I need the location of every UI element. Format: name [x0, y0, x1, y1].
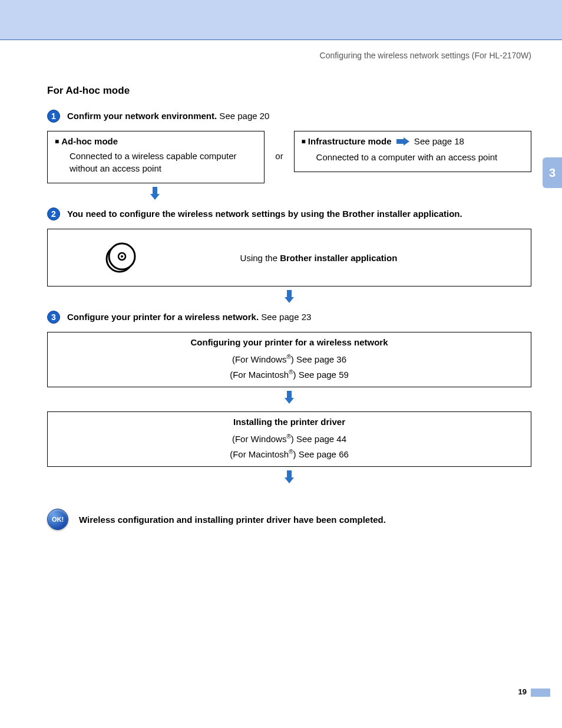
arrow-down-3 — [47, 391, 531, 406]
configure-box: Configuring your printer for a wireless … — [47, 332, 531, 387]
reg-mark: ® — [286, 354, 290, 360]
step-number-1-icon: 1 — [47, 110, 60, 123]
step-3: 3 Configure your printer for a wireless … — [47, 311, 531, 324]
cfg-win-suffix: ) See page 36 — [291, 354, 346, 364]
adhoc-title: Ad-hoc mode — [61, 136, 118, 146]
step-2-text: You need to configure the wireless netwo… — [67, 209, 462, 219]
infra-desc: Connected to a computer with an access p… — [316, 151, 524, 163]
adhoc-desc: Connected to a wireless capable computer… — [70, 150, 257, 174]
reg-mark: ® — [289, 449, 293, 455]
section-title: For Ad-hoc mode — [47, 85, 531, 97]
cfg-mac-prefix: (For Macintosh — [230, 370, 289, 380]
step-3-text: Configure your printer for a wireless ne… — [67, 312, 311, 322]
installer-prefix: Using the — [240, 253, 280, 263]
configure-windows-line: (For Windows®) See page 36 — [56, 352, 523, 367]
step-2: 2 You need to configure the wireless net… — [47, 207, 531, 220]
step-2-bold: You need to configure the wireless netwo… — [67, 209, 462, 219]
arrow-down-icon — [285, 470, 294, 483]
step-3-bold: Configure your printer for a wireless ne… — [67, 312, 259, 322]
drv-win-prefix: (For Windows — [232, 434, 287, 444]
page-number-bar-icon — [531, 689, 550, 697]
or-label: or — [270, 131, 287, 161]
step-number-2-icon: 2 — [47, 207, 60, 220]
reg-mark: ® — [289, 369, 293, 375]
page-number: 19 — [518, 687, 527, 696]
reg-mark: ® — [286, 433, 290, 440]
cd-icon — [104, 241, 137, 274]
arrow-down-2 — [47, 290, 531, 305]
installer-text: Using the Brother installer application — [186, 253, 523, 263]
square-bullet-icon: ■ — [302, 137, 306, 146]
completion-text: Wireless configuration and installing pr… — [79, 515, 386, 525]
driver-box: Installing the printer driver (For Windo… — [47, 411, 531, 467]
configure-title: Configuring your printer for a wireless … — [56, 337, 523, 347]
completion-row: OK! Wireless configuration and installin… — [47, 509, 531, 530]
adhoc-title-line: ■Ad-hoc mode — [55, 136, 257, 146]
configure-mac-line: (For Macintosh®) See page 59 — [56, 367, 523, 383]
arrow-down-icon — [150, 187, 160, 200]
adhoc-mode-box: ■Ad-hoc mode Connected to a wireless cap… — [47, 131, 265, 183]
drv-mac-suffix: ) See page 66 — [293, 449, 349, 459]
cd-icon-wrap — [56, 241, 186, 274]
page-content: Configuring the wireless network setting… — [0, 40, 562, 530]
step-1-text: Confirm your network environment. See pa… — [67, 111, 269, 121]
driver-title: Installing the printer driver — [56, 417, 523, 427]
driver-windows-line: (For Windows®) See page 44 — [56, 431, 523, 447]
installer-bold: Brother installer application — [280, 253, 397, 263]
installer-box: Using the Brother installer application — [47, 229, 531, 286]
arrow-down-1 — [47, 187, 531, 202]
arrow-down-icon — [285, 391, 294, 404]
step-1-rest: See page 20 — [217, 111, 269, 121]
step-number-3-icon: 3 — [47, 311, 60, 324]
header-band — [0, 0, 562, 40]
infrastructure-mode-box: ■Infrastructure mode See page 18 Connect… — [294, 131, 531, 172]
driver-mac-line: (For Macintosh®) See page 66 — [56, 447, 523, 462]
infra-link: See page 18 — [412, 136, 464, 146]
step-1-bold: Confirm your network environment. — [67, 111, 217, 121]
svg-point-3 — [121, 255, 123, 258]
cfg-win-prefix: (For Windows — [232, 354, 287, 364]
drv-win-suffix: ) See page 44 — [291, 434, 346, 444]
mode-row: ■Ad-hoc mode Connected to a wireless cap… — [47, 131, 531, 183]
arrow-down-4 — [47, 470, 531, 485]
arrow-down-icon — [285, 290, 294, 303]
step-3-rest: See page 23 — [259, 312, 311, 322]
ok-badge-icon: OK! — [47, 509, 68, 530]
running-header: Configuring the wireless network setting… — [47, 51, 531, 60]
drv-mac-prefix: (For Macintosh — [230, 449, 289, 459]
infra-title: Infrastructure mode — [308, 136, 392, 146]
arrow-right-icon — [396, 137, 409, 147]
infra-title-line: ■Infrastructure mode See page 18 — [302, 136, 524, 147]
step-1: 1 Confirm your network environment. See … — [47, 110, 531, 123]
square-bullet-icon: ■ — [55, 137, 59, 146]
cfg-mac-suffix: ) See page 59 — [293, 370, 349, 380]
